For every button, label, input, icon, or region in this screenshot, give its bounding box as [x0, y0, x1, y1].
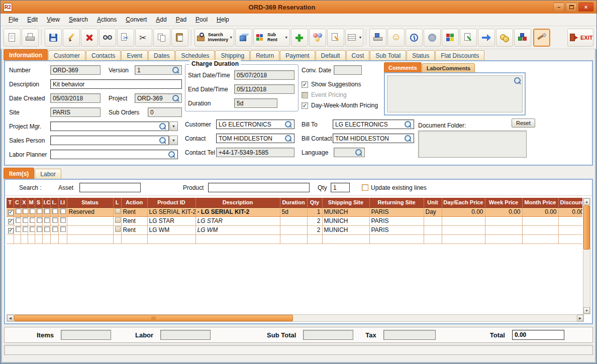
cell-unit[interactable]	[424, 216, 442, 225]
project-mgr-search-icon[interactable]	[159, 123, 166, 130]
empty-cell[interactable]	[280, 234, 307, 244]
find-button[interactable]	[99, 29, 116, 47]
cell-m[interactable]	[28, 207, 35, 216]
cell-product_id[interactable]: LG SERIAL KIT-2	[147, 207, 195, 216]
menu-pool[interactable]: Pool	[191, 15, 212, 25]
cell-discount[interactable]	[558, 216, 582, 225]
cell-month_price[interactable]	[522, 225, 558, 234]
add-line-button[interactable]	[291, 29, 308, 47]
empty-cell[interactable]	[21, 234, 28, 244]
menu-edit[interactable]: Edit	[23, 15, 42, 25]
cell-unit[interactable]: Day	[424, 207, 442, 216]
save-button[interactable]	[45, 29, 62, 47]
project-search-icon[interactable]	[172, 94, 179, 102]
labor-planner-field[interactable]	[50, 150, 178, 159]
empty-cell[interactable]	[50, 234, 58, 244]
new-document-button[interactable]	[4, 29, 21, 47]
cell-action[interactable]: Rent	[121, 216, 147, 225]
schedule-button[interactable]	[406, 29, 423, 47]
grid-view-button[interactable]: ▼	[345, 29, 363, 47]
empty-cell[interactable]	[322, 234, 369, 244]
cell-s[interactable]	[35, 207, 42, 216]
cell-t[interactable]	[7, 216, 14, 225]
cell-s[interactable]	[35, 225, 42, 234]
s-checkbox[interactable]	[37, 208, 42, 214]
cell-action[interactable]: Rent	[121, 207, 147, 216]
day-week-month-pricing-checkbox[interactable]: ✓	[302, 102, 308, 109]
paste-button[interactable]	[171, 29, 188, 47]
empty-cell[interactable]	[35, 234, 42, 244]
comments-search-icon[interactable]	[514, 77, 521, 84]
horizontal-scroll-thumb[interactable]	[14, 315, 293, 321]
cell-c[interactable]	[14, 225, 21, 234]
c-checkbox[interactable]	[16, 226, 21, 232]
c-checkbox[interactable]	[16, 217, 21, 223]
contact-search-icon[interactable]	[284, 135, 292, 142]
tab-labor[interactable]: Labor	[35, 169, 61, 179]
empty-cell[interactable]	[67, 234, 113, 244]
print-report-button[interactable]	[369, 29, 386, 47]
empty-cell[interactable]	[14, 234, 21, 244]
cell-qty[interactable]: 2	[307, 216, 322, 225]
customer-field[interactable]: LG ELECTRONICS	[216, 119, 294, 129]
ii-checkbox[interactable]	[60, 208, 66, 214]
cell-week_price[interactable]	[485, 216, 522, 225]
ii-checkbox[interactable]	[60, 226, 66, 232]
cell-t[interactable]	[7, 207, 14, 216]
cell-status[interactable]	[67, 216, 113, 225]
cell-l[interactable]	[113, 225, 121, 234]
edit-note-button[interactable]	[460, 29, 477, 47]
cell-month_price[interactable]: 0.00	[522, 207, 558, 216]
cell-week_price[interactable]: 0.00	[485, 207, 522, 216]
cell-ic[interactable]	[42, 216, 50, 225]
update-existing-lines-checkbox[interactable]	[362, 184, 368, 191]
tab-contacts[interactable]: Contacts	[86, 50, 121, 60]
cell-x[interactable]	[21, 225, 28, 234]
scroll-down-arrow[interactable]: ▼	[583, 307, 590, 314]
s-checkbox[interactable]	[37, 226, 42, 232]
sub-rent-button[interactable]: Sub Rent ▼	[253, 29, 290, 47]
project-mgr-field[interactable]	[50, 122, 169, 131]
exit-button[interactable]: EXIT	[567, 29, 593, 47]
cell-description[interactable]: LG STAR	[195, 216, 280, 225]
tab-event[interactable]: Event	[121, 50, 148, 60]
vertical-scrollbar[interactable]: ▲ ▼	[583, 198, 590, 314]
product-cube-button[interactable]	[235, 29, 252, 47]
menu-file[interactable]: File	[5, 15, 22, 25]
bill-to-search-icon[interactable]	[404, 120, 412, 128]
cell-description[interactable]: LG WM	[195, 225, 280, 234]
empty-cell[interactable]	[424, 234, 442, 244]
cell-ii[interactable]	[58, 225, 67, 234]
cell-ic[interactable]	[42, 207, 50, 216]
ic-checkbox[interactable]	[44, 226, 50, 232]
sales-person-dropdown-button[interactable]: ▼	[169, 136, 178, 145]
cell-idot[interactable]	[50, 225, 58, 234]
empty-cell[interactable]	[369, 234, 424, 244]
empty-cell[interactable]	[28, 234, 35, 244]
print-button[interactable]	[22, 29, 39, 47]
crew-button[interactable]	[309, 29, 326, 47]
customer-button[interactable]: ☺	[387, 29, 405, 47]
tab-dates[interactable]: Dates	[148, 50, 175, 60]
tab-laborcomments[interactable]: LaborComments	[422, 63, 475, 72]
language-search-icon[interactable]	[355, 149, 362, 156]
tab-cost[interactable]: Cost	[346, 50, 370, 60]
line-option-box[interactable]	[115, 226, 121, 232]
project-mgr-dropdown-button[interactable]: ▼	[169, 122, 178, 131]
cell-l[interactable]	[113, 207, 121, 216]
cell-day_each_price[interactable]: 0.00	[442, 207, 485, 216]
table-row[interactable]: ReservedRentLG SERIAL KIT-2- LG SERIAL K…	[7, 207, 582, 216]
cell-shipping_site[interactable]: MUNICH	[322, 207, 369, 216]
idot-checkbox[interactable]	[52, 226, 58, 232]
minimize-button[interactable]: –	[553, 3, 564, 12]
m-checkbox[interactable]	[30, 217, 35, 223]
cell-x[interactable]	[21, 216, 28, 225]
tab-status[interactable]: Status	[407, 50, 435, 60]
empty-cell[interactable]	[442, 234, 485, 244]
tab-information[interactable]: Information	[4, 49, 48, 60]
x-checkbox[interactable]	[23, 208, 28, 214]
bill-contact-field[interactable]: TOM HIDDLESTON	[333, 134, 414, 143]
search-inventory-button[interactable]: Search Inventory ▼	[194, 29, 234, 47]
table-row-empty[interactable]	[7, 234, 582, 244]
scroll-left-arrow[interactable]: ◀	[7, 315, 14, 321]
